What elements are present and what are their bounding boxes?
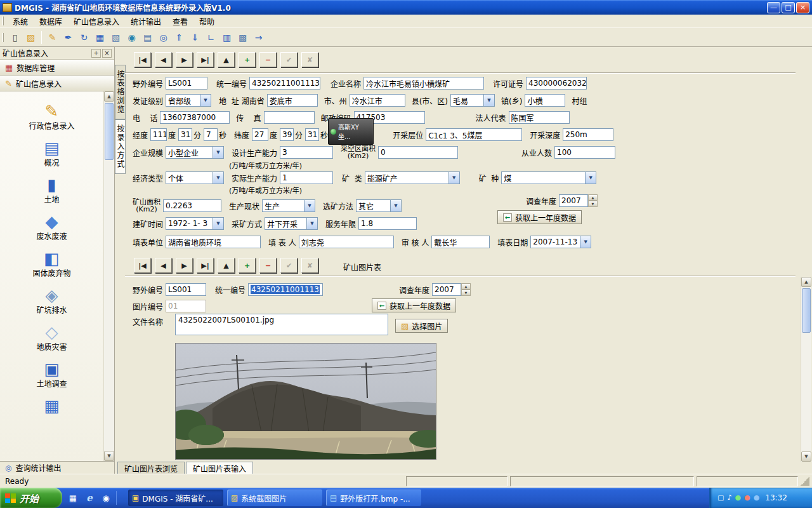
scroll-up-icon[interactable]: ▲: [801, 277, 811, 287]
mine-kind-combo[interactable]: 煤 ▼: [501, 171, 596, 184]
nav-next-button[interactable]: ▶: [176, 52, 193, 67]
actual-cap-input[interactable]: 1: [280, 171, 333, 184]
town-input[interactable]: 小横: [525, 94, 565, 107]
start-button[interactable]: 开始: [0, 488, 62, 508]
sidebar-item-land[interactable]: ▮ 土地: [14, 170, 90, 207]
uid-input[interactable]: 43250211001113: [249, 77, 320, 90]
nav-add-button[interactable]: +: [239, 258, 256, 273]
task-screenshots-folder[interactable]: ▨ 系统截图图片: [227, 490, 322, 506]
pin-icon[interactable]: +: [91, 49, 101, 58]
task-bmp-file[interactable]: ▤ 野外版打开.bmp -...: [326, 490, 421, 506]
internet-explorer-icon[interactable]: e: [83, 491, 96, 504]
sidebar-item-wastewater[interactable]: ◆ 废水废液: [14, 207, 90, 244]
lon-sec-input[interactable]: 7: [204, 128, 218, 141]
sidebar-item-land-survey[interactable]: ▣ 土地调查: [14, 354, 90, 391]
go-next-icon[interactable]: →: [251, 30, 266, 44]
sidebar-footer-query-output[interactable]: ◎ 查询统计输出: [0, 461, 114, 474]
econ-combo[interactable]: 个体 ▼: [166, 171, 224, 184]
lon-deg-input[interactable]: 111: [150, 128, 167, 141]
workers-input[interactable]: 100: [554, 146, 615, 159]
arrow-up-icon[interactable]: ⇑: [172, 30, 187, 44]
org-input[interactable]: 湖南省地质环境: [166, 236, 261, 248]
design-cap-input[interactable]: 3: [280, 146, 333, 159]
nav-cancel-button[interactable]: ✘: [301, 258, 318, 273]
pic-fetch-previous-year-button[interactable]: ← 获取上一年度数据: [372, 298, 456, 312]
spin-up-icon[interactable]: ▲: [461, 283, 471, 290]
display-tray-icon[interactable]: ▢: [717, 494, 724, 502]
pic-number-input[interactable]: 01: [166, 300, 206, 312]
goaf-input[interactable]: 0: [378, 146, 458, 159]
license-input[interactable]: 4300000620321: [526, 77, 587, 90]
nav-up-button[interactable]: ▲: [218, 258, 235, 273]
menu-mine-entry[interactable]: 矿山信息录入: [68, 15, 125, 28]
maximize-button[interactable]: □: [782, 2, 795, 13]
scroll-down-icon[interactable]: ▼: [104, 451, 114, 461]
dropdown-arrow-icon[interactable]: ▼: [213, 217, 224, 230]
cityzone-input[interactable]: 冷水江市: [350, 94, 405, 107]
level-combo[interactable]: 省部级 ▼: [166, 94, 211, 107]
menu-database[interactable]: 数据库: [34, 15, 68, 28]
menu-view[interactable]: 查看: [167, 15, 193, 28]
phone-input[interactable]: 13607387000: [160, 111, 230, 124]
nav-first-button[interactable]: |◀: [134, 258, 151, 273]
tab-table-browse[interactable]: 按表格浏览: [115, 65, 126, 119]
dropdown-arrow-icon[interactable]: ▼: [586, 171, 596, 184]
scroll-thumb[interactable]: [802, 288, 811, 333]
panel-close-icon[interactable]: ×: [102, 49, 112, 58]
nav-next-button[interactable]: ▶: [176, 258, 193, 273]
new-doc-icon[interactable]: ▯: [8, 30, 22, 44]
media-player-icon[interactable]: ◉: [100, 491, 112, 504]
dropdown-arrow-icon[interactable]: ▼: [449, 171, 460, 184]
scale-combo[interactable]: 小型企业 ▼: [166, 146, 224, 159]
file-name-input[interactable]: 4325022007LS00101.jpg: [175, 314, 388, 335]
sign-pen-icon[interactable]: ✒: [61, 30, 75, 44]
pic-survey-year-input[interactable]: 2007: [432, 283, 461, 296]
edit-pencil-icon[interactable]: ✎: [45, 30, 60, 44]
depth-input[interactable]: 250m: [563, 128, 613, 141]
nav-delete-button[interactable]: −: [259, 258, 277, 273]
sidebar-item-geo-hazard[interactable]: ◇ 地质灾害: [14, 318, 90, 354]
lon-min-input[interactable]: 31: [178, 128, 192, 141]
fetch-previous-year-button[interactable]: ← 获取上一年度数据: [497, 210, 582, 224]
spin-up-icon[interactable]: ▲: [588, 194, 598, 201]
tab-picture-entry[interactable]: 矿山图片表输入: [186, 462, 253, 474]
lat-sec-input[interactable]: 31: [305, 128, 319, 141]
sidebar-group-mine-entry[interactable]: ✎ 矿山信息录入: [0, 76, 114, 91]
city-input[interactable]: 娄底市: [267, 94, 318, 107]
nav-last-button[interactable]: ▶|: [197, 258, 214, 273]
spin-down-icon[interactable]: ▼: [588, 201, 598, 207]
ruler-icon[interactable]: ∟: [204, 30, 218, 44]
company-input[interactable]: 冷水江市毛易镇小横煤矿: [363, 77, 484, 90]
mining-method-combo[interactable]: 井下开采 ▼: [265, 217, 318, 230]
pic-field-no-input[interactable]: LS001: [166, 283, 206, 296]
built-date-combo[interactable]: 1972- 1- 3 ▼: [166, 217, 224, 230]
volume-tray-icon[interactable]: ♪: [727, 494, 731, 502]
sidebar-item-solid-waste[interactable]: ◧ 固体废弃物: [14, 244, 90, 281]
pic-survey-year-spinner[interactable]: ▲ ▼: [461, 283, 471, 296]
legal-input[interactable]: 陈国军: [509, 111, 570, 124]
globe-icon[interactable]: ◎: [156, 30, 171, 44]
open-folder-icon[interactable]: ▨: [23, 30, 38, 44]
nav-up-button[interactable]: ▲: [218, 52, 235, 67]
printer-icon[interactable]: ▤: [140, 30, 155, 44]
close-button[interactable]: ×: [796, 2, 809, 13]
nav-add-button[interactable]: +: [239, 52, 256, 67]
data-export-icon[interactable]: ▧: [108, 30, 123, 44]
buildings-icon[interactable]: ▩: [235, 30, 250, 44]
alert-tray-icon[interactable]: ●: [744, 494, 750, 502]
mine-class-combo[interactable]: 能源矿产 ▼: [365, 171, 460, 184]
sidebar-item-partial[interactable]: ▦: [14, 391, 90, 418]
layer-input[interactable]: C1c1 3、5煤层: [426, 128, 522, 141]
task-dmgis[interactable]: ▣ DMGIS - 湖南省矿...: [128, 490, 223, 506]
nav-last-button[interactable]: ▶|: [197, 52, 214, 67]
tab-entry-mode[interactable]: 按录入方式: [115, 119, 126, 174]
service-years-input[interactable]: 1.8: [358, 217, 417, 230]
nav-first-button[interactable]: |◀: [134, 52, 151, 67]
sidebar-group-database[interactable]: ▦ 数据库管理: [0, 60, 114, 76]
dropdown-arrow-icon[interactable]: ▼: [391, 199, 402, 212]
nav-prev-button[interactable]: ◀: [155, 258, 172, 273]
survey-year-spinner[interactable]: ▲ ▼: [588, 194, 598, 207]
show-desktop-icon[interactable]: ▦: [67, 491, 79, 504]
fax-input[interactable]: [264, 111, 315, 124]
pic-uid-input[interactable]: 43250211001113: [248, 283, 323, 296]
